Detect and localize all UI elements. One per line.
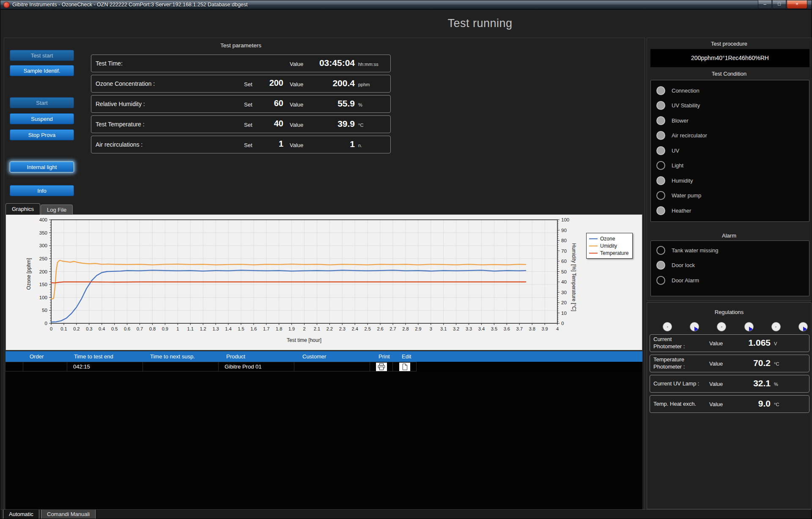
condition-item-light: Light	[656, 161, 683, 171]
gauge-dot-icon	[667, 326, 668, 328]
regulation-gauge-icon	[798, 322, 808, 331]
set-value: 200	[251, 78, 283, 88]
gauge-dot-icon	[721, 326, 722, 328]
cell-time-to-next-susp	[143, 362, 219, 371]
svg-text:0: 0	[45, 321, 47, 326]
condition-label: Light	[672, 162, 683, 169]
svg-text:3.5: 3.5	[491, 326, 497, 331]
value: 9.0	[724, 399, 771, 409]
header-cell-time-to-next-susp: Time to next susp.	[144, 351, 220, 362]
condition-label: Water pump	[672, 192, 701, 199]
value: 70.2	[724, 358, 771, 368]
legend-item-temperature: Temperature	[589, 249, 630, 257]
legend-line-icon	[589, 253, 598, 254]
svg-text:2.4: 2.4	[352, 326, 358, 331]
svg-text:200: 200	[39, 269, 47, 274]
param-label: Test Temperature :	[96, 121, 145, 128]
param-label: Ozone Concentration :	[96, 80, 155, 87]
printer-icon	[377, 363, 386, 371]
gauge-dot-icon	[775, 326, 776, 328]
svg-text:250: 250	[39, 256, 47, 261]
svg-text:150: 150	[39, 282, 47, 287]
unit: °C	[774, 361, 779, 366]
table-row: 042:15Gibitre Prod 01	[5, 362, 642, 371]
bottom-tab-comandi-manuali[interactable]: Comandi Manuali	[41, 510, 96, 519]
app-logo-icon[interactable]	[3, 2, 10, 8]
title-bar: Gibitre Instruments - OzoneCheck - OZN 2…	[0, 0, 812, 10]
window-controls: – □ ×	[757, 0, 807, 9]
svg-text:2.1: 2.1	[314, 326, 320, 331]
start-button[interactable]: Start	[10, 97, 74, 108]
restore-button[interactable]: □	[772, 0, 786, 9]
regulation-gauge-icon	[771, 322, 781, 331]
svg-text:0: 0	[50, 326, 52, 331]
stop-prova-button[interactable]: Stop Prova	[10, 129, 74, 140]
header-cell-product: Product	[220, 351, 296, 362]
header-cell-print: Print	[373, 351, 396, 362]
svg-text:3.1: 3.1	[440, 326, 447, 331]
value: 03:45:04	[294, 58, 355, 68]
svg-text:1.3: 1.3	[212, 326, 219, 331]
value: 55.9	[294, 98, 355, 109]
condition-indicator-icon	[656, 116, 665, 125]
svg-text:400: 400	[39, 217, 47, 222]
alarm-indicator-icon	[656, 276, 665, 285]
condition-item-connection: Connection	[656, 85, 700, 96]
test-start-button[interactable]: Test start	[10, 50, 74, 61]
svg-text:3.8: 3.8	[529, 326, 535, 331]
condition-indicator-icon	[656, 206, 665, 215]
line-chart: 00.10.20.30.40.50.60.70.80.911.11.21.31.…	[6, 215, 643, 351]
minimize-button[interactable]: –	[758, 0, 772, 9]
svg-text:3: 3	[430, 326, 432, 331]
cell-blank	[5, 362, 23, 371]
set-value: 60	[251, 98, 283, 108]
svg-text:3.4: 3.4	[478, 326, 485, 331]
tab-log-file[interactable]: Log File	[41, 205, 73, 215]
info-button[interactable]: Info	[10, 185, 74, 196]
suspend-button[interactable]: Suspend	[10, 113, 74, 124]
series-temperature	[51, 282, 526, 283]
condition-item-heather: Heather	[656, 205, 691, 216]
svg-text:0.5: 0.5	[111, 326, 118, 331]
alarm-label: Door Alarm	[672, 277, 699, 284]
alarm-indicator-icon	[656, 261, 665, 270]
internal-light-button[interactable]: Internal light	[10, 161, 74, 172]
svg-text:2.7: 2.7	[390, 326, 396, 331]
condition-label: Connection	[672, 87, 700, 94]
condition-indicator-icon	[656, 176, 665, 185]
close-button[interactable]: ×	[787, 0, 807, 9]
value: 1.065	[724, 338, 771, 348]
param-label: Air recirculations :	[96, 141, 143, 148]
alarm-item-door-lock: Door lock	[656, 260, 695, 270]
svg-text:1.6: 1.6	[250, 326, 257, 331]
edit-button[interactable]	[399, 363, 410, 371]
legend-item-ozone: Ozone	[589, 235, 630, 242]
regulation-label: Temperature Photometer :	[653, 356, 685, 371]
sample-identif-button[interactable]: Sample Identif.	[10, 65, 74, 76]
svg-text:0.8: 0.8	[149, 326, 156, 331]
svg-text:0.2: 0.2	[73, 326, 80, 331]
legend-item-umidity: Umidity	[589, 242, 630, 249]
condition-indicator-icon	[656, 191, 665, 200]
print-button[interactable]	[376, 363, 387, 371]
page-title: Test running	[435, 17, 525, 30]
unit: pphm	[358, 82, 370, 87]
value: 39.9	[294, 119, 355, 129]
condition-item-air-recirculator: Air recirculator	[656, 131, 707, 141]
condition-label: Humidity	[672, 178, 693, 184]
regulation-label: Current UV Lamp :	[653, 380, 699, 388]
svg-text:0.6: 0.6	[124, 326, 130, 331]
param-label: Test Time:	[96, 60, 123, 67]
svg-text:70: 70	[561, 249, 567, 254]
bottom-tab-automatic[interactable]: Automatic	[3, 510, 39, 519]
legend-line-icon	[589, 238, 598, 239]
condition-indicator-icon	[656, 146, 665, 155]
tab-graphics[interactable]: Graphics	[5, 203, 40, 215]
svg-text:1.4: 1.4	[225, 326, 231, 331]
header-cell-customer: Customer	[296, 351, 373, 362]
condition-item-uv: UV	[656, 145, 679, 156]
svg-text:30: 30	[561, 290, 567, 295]
svg-text:1.1: 1.1	[187, 326, 194, 331]
edit-button-cell[interactable]	[392, 362, 417, 371]
print-button-cell[interactable]	[370, 362, 393, 371]
